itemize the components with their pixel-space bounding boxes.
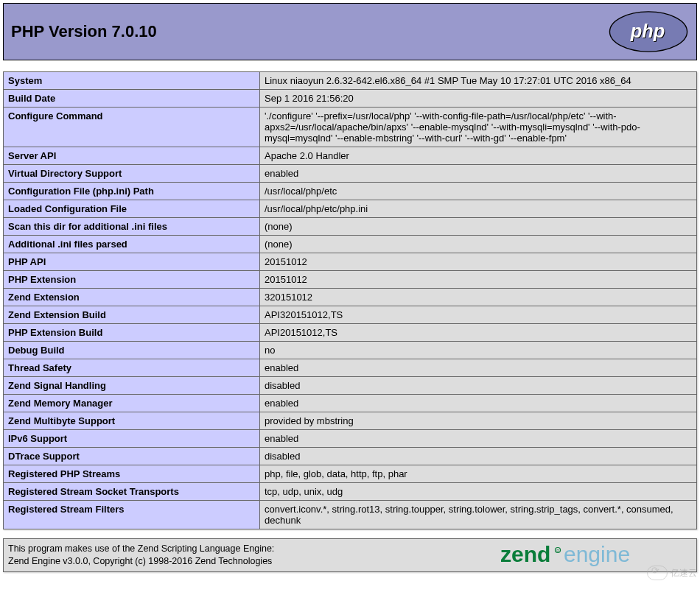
table-row: Zend Extension320151012 [4, 289, 697, 306]
zend-footer-text: This program makes use of the Zend Scrip… [8, 543, 274, 568]
table-row: Configure Command'./configure' '--prefix… [4, 108, 697, 147]
config-key: Scan this dir for additional .ini files [4, 218, 260, 236]
svg-text:engine: engine [564, 542, 630, 566]
table-row: Debug Buildno [4, 342, 697, 359]
table-row: SystemLinux niaoyun 2.6.32-642.el6.x86_6… [4, 72, 697, 90]
config-key: DTrace Support [4, 448, 260, 465]
config-value: 20151012 [260, 253, 697, 271]
config-value: 320151012 [260, 289, 697, 306]
config-key: PHP Extension Build [4, 324, 260, 342]
zend-engine-logo-icon: zend R engine [500, 542, 692, 568]
table-row: IPv6 Supportenabled [4, 430, 697, 448]
config-value: enabled [260, 165, 697, 183]
table-row: Build DateSep 1 2016 21:56:20 [4, 90, 697, 108]
config-value: API20151012,TS [260, 324, 697, 342]
config-key: Configure Command [4, 108, 260, 147]
config-key: Server API [4, 147, 260, 165]
config-value: tcp, udp, unix, udg [260, 483, 697, 501]
config-value: disabled [260, 448, 697, 465]
footer-line1: This program makes use of the Zend Scrip… [8, 543, 274, 554]
config-key: PHP API [4, 253, 260, 271]
config-key: Zend Extension Build [4, 306, 260, 324]
config-key: PHP Extension [4, 271, 260, 289]
table-row: Loaded Configuration File/usr/local/php/… [4, 200, 697, 218]
config-key: Virtual Directory Support [4, 165, 260, 183]
config-value: enabled [260, 395, 697, 412]
table-row: Registered Stream Filtersconvert.iconv.*… [4, 501, 697, 529]
config-key: Thread Safety [4, 359, 260, 377]
svg-text:R: R [556, 549, 559, 553]
config-key: Zend Memory Manager [4, 395, 260, 412]
config-value: convert.iconv.*, string.rot13, string.to… [260, 501, 697, 529]
config-key: Zend Signal Handling [4, 377, 260, 395]
table-row: Server APIApache 2.0 Handler [4, 147, 697, 165]
config-value: provided by mbstring [260, 412, 697, 430]
config-value: enabled [260, 430, 697, 448]
table-row: Configuration File (php.ini) Path/usr/lo… [4, 183, 697, 200]
config-value: 20151012 [260, 271, 697, 289]
config-key: Registered Stream Filters [4, 501, 260, 529]
config-value: no [260, 342, 697, 359]
table-row: PHP API20151012 [4, 253, 697, 271]
phpinfo-table: SystemLinux niaoyun 2.6.32-642.el6.x86_6… [3, 71, 697, 529]
table-row: DTrace Supportdisabled [4, 448, 697, 465]
config-value: /usr/local/php/etc [260, 183, 697, 200]
php-logo-icon: php php [608, 10, 689, 53]
zend-footer: This program makes use of the Zend Scrip… [3, 538, 697, 572]
config-key: IPv6 Support [4, 430, 260, 448]
table-row: Registered Stream Socket Transportstcp, … [4, 483, 697, 501]
config-key: System [4, 72, 260, 90]
config-value: Sep 1 2016 21:56:20 [260, 90, 697, 108]
page-title: PHP Version 7.0.10 [11, 22, 157, 41]
config-key: Registered Stream Socket Transports [4, 483, 260, 501]
config-value: php, file, glob, data, http, ftp, phar [260, 465, 697, 483]
table-row: Zend Multibyte Supportprovided by mbstri… [4, 412, 697, 430]
table-row: Scan this dir for additional .ini files(… [4, 218, 697, 236]
table-row: Registered PHP Streamsphp, file, glob, d… [4, 465, 697, 483]
table-row: PHP Extension BuildAPI20151012,TS [4, 324, 697, 342]
table-row: Thread Safetyenabled [4, 359, 697, 377]
config-key: Build Date [4, 90, 260, 108]
config-value: './configure' '--prefix=/usr/local/php' … [260, 108, 697, 147]
table-row: Additional .ini files parsed(none) [4, 236, 697, 253]
config-key: Zend Multibyte Support [4, 412, 260, 430]
config-value: enabled [260, 359, 697, 377]
config-key: Loaded Configuration File [4, 200, 260, 218]
table-row: Zend Memory Managerenabled [4, 395, 697, 412]
table-row: Virtual Directory Supportenabled [4, 165, 697, 183]
config-key: Debug Build [4, 342, 260, 359]
config-key: Additional .ini files parsed [4, 236, 260, 253]
config-value: (none) [260, 218, 697, 236]
svg-text:zend: zend [500, 542, 550, 566]
config-value: API320151012,TS [260, 306, 697, 324]
footer-line2: Zend Engine v3.0.0, Copyright (c) 1998-2… [8, 556, 272, 566]
table-row: Zend Extension BuildAPI320151012,TS [4, 306, 697, 324]
table-row: Zend Signal Handlingdisabled [4, 377, 697, 395]
config-key: Zend Extension [4, 289, 260, 306]
config-value: Apache 2.0 Handler [260, 147, 697, 165]
table-row: PHP Extension20151012 [4, 271, 697, 289]
config-key: Registered PHP Streams [4, 465, 260, 483]
svg-text:php: php [630, 21, 665, 41]
config-value: disabled [260, 377, 697, 395]
page-header: PHP Version 7.0.10 php php [3, 3, 697, 60]
config-key: Configuration File (php.ini) Path [4, 183, 260, 200]
config-value: Linux niaoyun 2.6.32-642.el6.x86_64 #1 S… [260, 72, 697, 90]
config-value: (none) [260, 236, 697, 253]
config-value: /usr/local/php/etc/php.ini [260, 200, 697, 218]
